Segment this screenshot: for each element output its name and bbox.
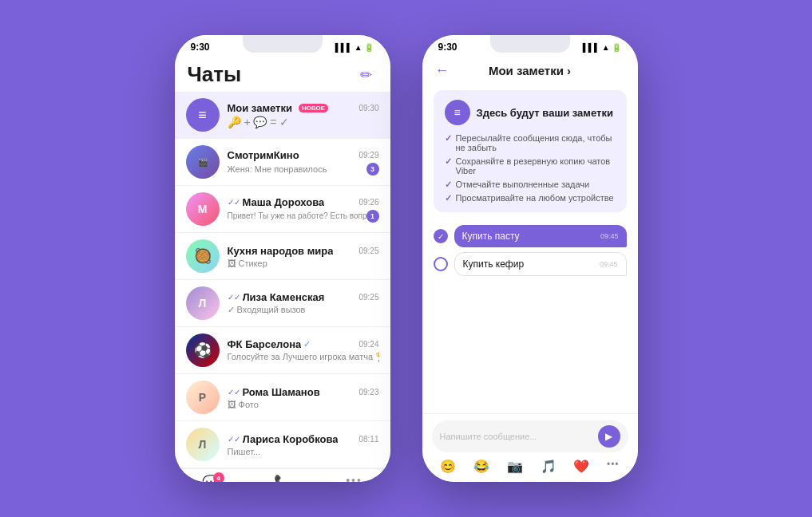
chat-preview-smotrim: Женя: Мне понравилось	[228, 164, 327, 174]
chat-top-barcelona: ФК Барселона ✓ 09:24	[228, 338, 379, 350]
chats-header: Чаты ✏	[175, 56, 390, 92]
avatar-kitchen: 🥘	[186, 239, 220, 273]
more-nav-icon: •••	[346, 474, 362, 482]
emoji-sticker[interactable]: 😂	[473, 459, 489, 474]
chat-content-roma: ✓✓ Рома Шаманов 09:23 🖼 Фото	[228, 386, 379, 409]
compose-icon[interactable]: ✏	[360, 66, 378, 84]
chat-content-smotrim: СмотримКино 09:29 Женя: Мне понравилось …	[228, 149, 379, 176]
chat-time-smotrim: 09:29	[358, 151, 378, 160]
welcome-card: ≡ Здесь будут ваши заметки Пересылайте с…	[434, 90, 627, 212]
notch-right	[490, 35, 570, 53]
emoji-camera[interactable]: 📷	[507, 459, 523, 474]
chat-top-kitchen: Кухня народов мира 09:25	[228, 245, 379, 257]
chat-name-kitchen: Кухня народов мира	[228, 245, 334, 257]
welcome-avatar: ≡	[445, 100, 470, 125]
chat-content-barcelona: ФК Барселона ✓ 09:24 Голосуйте за Лучшег…	[228, 338, 379, 362]
phones-container: 9:30 ▌▌▌ ▲ 🔋 Чаты ✏ ≡ Мои заметки	[175, 35, 638, 482]
chat-top-masha: ✓✓ Маша Дорохова 09:26	[228, 196, 379, 208]
signal-icons-left: ▌▌▌ ▲ 🔋	[335, 43, 374, 52]
chat-item-kitchen[interactable]: 🥘 Кухня народов мира 09:25 🖼 Стикер	[175, 233, 390, 280]
status-time-right: 9:30	[438, 41, 457, 53]
chats-title: Чаты	[188, 62, 242, 87]
avatar-notes: ≡	[186, 98, 220, 132]
chat-name-larisa: Лариса Коробкова	[243, 433, 339, 445]
welcome-item-4: Просматривайте на любом устройстве	[445, 193, 616, 203]
chat-preview-liza: ✓ Входящий вызов	[228, 305, 379, 315]
welcome-heading: Здесь будут ваши заметки	[477, 107, 613, 119]
chat-item-barcelona[interactable]: ⚽ ФК Барселона ✓ 09:24 Голосуйте за Лучш…	[175, 327, 390, 374]
avatar-barcelona: ⚽	[186, 333, 220, 367]
chat-name-smotrim: СмотримКино	[228, 149, 299, 161]
chat-top-liza: ✓✓ Лиза Каменская 09:25	[228, 291, 379, 303]
signal-icons-right: ▌▌▌ ▲ 🔋	[583, 43, 622, 52]
chat-top-roma: ✓✓ Рома Шаманов 09:23	[228, 386, 379, 398]
notes-screen: 9:30 ▌▌▌ ▲ 🔋 ← Мои заметки › ≡ Здесь буд…	[422, 35, 638, 482]
nav-calls[interactable]: 📞 Вызовы	[247, 474, 319, 482]
checkbox-kefir[interactable]	[434, 257, 448, 271]
chat-content-liza: ✓✓ Лиза Каменская 09:25 ✓ Входящий вызов	[228, 291, 379, 315]
msg-text-pasta: Купить пасту	[462, 231, 520, 242]
chat-time-barcelona: 09:24	[358, 340, 378, 349]
emoji-smiley[interactable]: 😊	[440, 459, 456, 474]
chat-time-larisa: 08:11	[358, 435, 378, 444]
welcome-item-2: Сохраняйте в резервную копию чатов Viber	[445, 156, 616, 176]
chat-preview-masha: Привет! Ты уже на работе? Есть вопрос по…	[228, 211, 366, 220]
chat-item-notes[interactable]: ≡ Мои заметки НОВОЕ 09:30 🔑 + 💬 = ✓	[175, 92, 390, 139]
notes-phone: 9:30 ▌▌▌ ▲ 🔋 ← Мои заметки › ≡ Здесь буд…	[422, 35, 638, 482]
chat-content-masha: ✓✓ Маша Дорохова 09:26 Привет! Ты уже на…	[228, 196, 379, 223]
chat-time-masha: 09:26	[358, 198, 378, 207]
avatar-roma: Р	[186, 381, 220, 414]
msg-text-kefir: Купить кефир	[463, 258, 525, 270]
chat-content-larisa: ✓✓ Лариса Коробкова 08:11 Пишет...	[228, 433, 379, 456]
emoji-more[interactable]: •••	[607, 459, 620, 474]
chat-item-liza[interactable]: Л ✓✓ Лиза Каменская 09:25 ✓ Входящий выз…	[175, 280, 390, 327]
chat-item-masha[interactable]: М ✓✓ Маша Дорохова 09:26 Привет! Ты уже …	[175, 186, 390, 233]
msg-time-pasta: 09:45	[600, 232, 619, 240]
chat-time-notes: 09:30	[358, 104, 378, 112]
welcome-card-header: ≡ Здесь будут ваши заметки	[445, 100, 616, 125]
emoji-audio[interactable]: 🎵	[541, 459, 557, 474]
chat-top-smotrim: СмотримКино 09:29	[228, 149, 379, 161]
emoji-heart[interactable]: ❤️	[573, 459, 589, 474]
calls-nav-icon: 📞	[274, 474, 291, 482]
chat-preview-kitchen: 🖼 Стикер	[228, 258, 379, 268]
unread-masha: 1	[366, 210, 379, 223]
chats-phone: 9:30 ▌▌▌ ▲ 🔋 Чаты ✏ ≡ Мои заметки	[175, 35, 390, 482]
bubble-kefir: Купить кефир 09:45	[454, 252, 627, 276]
status-time-left: 9:30	[191, 41, 210, 53]
notes-screen-title: Мои заметки ›	[456, 64, 604, 77]
chat-content-kitchen: Кухня народов мира 09:25 🖼 Стикер	[228, 245, 379, 268]
chat-preview-roma: 🖼 Фото	[228, 400, 379, 409]
chat-name-masha: Маша Дорохова	[243, 196, 325, 208]
welcome-list: Пересылайте сообщения сюда, чтобы не заб…	[445, 133, 616, 203]
chat-preview-notes: 🔑 + 💬 = ✓	[228, 116, 379, 128]
chats-screen: 9:30 ▌▌▌ ▲ 🔋 Чаты ✏ ≡ Мои заметки	[175, 35, 390, 482]
chat-name-notes: Мои заметки	[228, 102, 292, 114]
bubble-pasta: Купить пасту 09:45	[454, 225, 627, 247]
messages-area: Купить пасту 09:45 Купить кефир 09:45	[422, 219, 638, 413]
chat-list: ≡ Мои заметки НОВОЕ 09:30 🔑 + 💬 = ✓	[175, 92, 390, 468]
unread-smotrim: 3	[366, 163, 379, 176]
input-row: Напишите сообщение... ▶	[432, 420, 628, 452]
checkbox-pasta[interactable]	[434, 229, 448, 243]
chat-top-notes: Мои заметки НОВОЕ 09:30	[228, 102, 379, 114]
avatar-liza: Л	[186, 286, 220, 320]
input-placeholder: Напишите сообщение...	[440, 432, 593, 441]
send-button[interactable]: ▶	[598, 425, 620, 448]
nav-chats[interactable]: 4 💬 Чаты	[175, 474, 247, 482]
notes-header: ← Мои заметки ›	[422, 56, 638, 84]
chat-top-larisa: ✓✓ Лариса Коробкова 08:11	[228, 433, 379, 445]
chat-item-roma[interactable]: Р ✓✓ Рома Шаманов 09:23 🖼 Фото	[175, 374, 390, 421]
nav-badge-chats: 4	[213, 472, 224, 482]
chat-time-kitchen: 09:25	[358, 247, 378, 255]
chat-time-roma: 09:23	[358, 388, 378, 397]
input-area: Напишите сообщение... ▶ 😊 😂 📷 🎵 ❤️ •••	[422, 413, 638, 482]
emoji-row: 😊 😂 📷 🎵 ❤️ •••	[432, 457, 628, 476]
back-arrow-button[interactable]: ←	[435, 62, 450, 79]
chat-name-liza: Лиза Каменская	[243, 291, 325, 303]
nav-more[interactable]: ••• Ещё	[319, 474, 390, 482]
avatar-larisa: Л	[186, 428, 220, 461]
chat-item-larisa[interactable]: Л ✓✓ Лариса Коробкова 08:11 Пишет...	[175, 421, 390, 468]
chat-item-smotrim[interactable]: 🎬 СмотримКино 09:29 Женя: Мне понравилос…	[175, 139, 390, 186]
chat-name-roma: Рома Шаманов	[243, 386, 320, 398]
